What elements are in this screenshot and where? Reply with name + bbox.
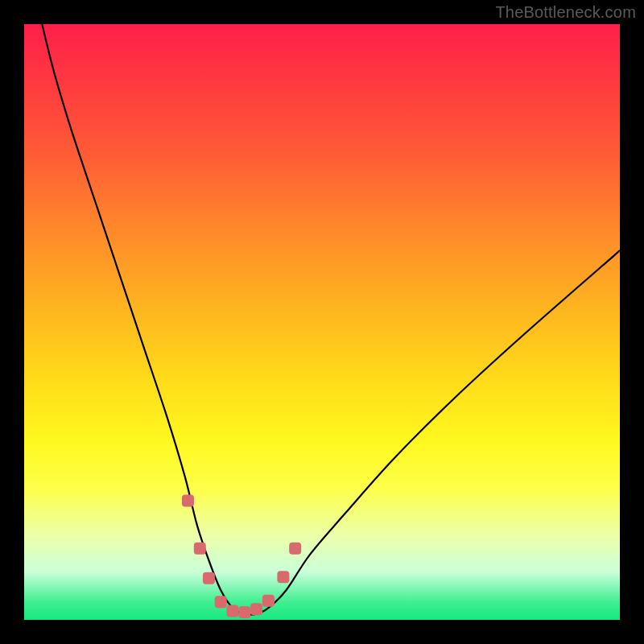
marker-point	[289, 543, 301, 555]
marker-point	[250, 603, 262, 615]
marker-point	[194, 543, 206, 555]
plot-area	[24, 24, 620, 620]
marker-point	[215, 596, 227, 608]
marker-point	[277, 571, 289, 583]
marker-point	[182, 495, 194, 507]
marker-point	[227, 605, 239, 617]
marker-point	[262, 595, 275, 607]
curve-svg	[24, 24, 620, 620]
chart-frame: TheBottleneck.com	[0, 0, 644, 644]
marker-group	[182, 495, 301, 618]
marker-point	[238, 606, 250, 618]
watermark-text: TheBottleneck.com	[495, 3, 636, 22]
marker-point	[203, 572, 215, 584]
bottleneck-curve	[42, 24, 620, 615]
